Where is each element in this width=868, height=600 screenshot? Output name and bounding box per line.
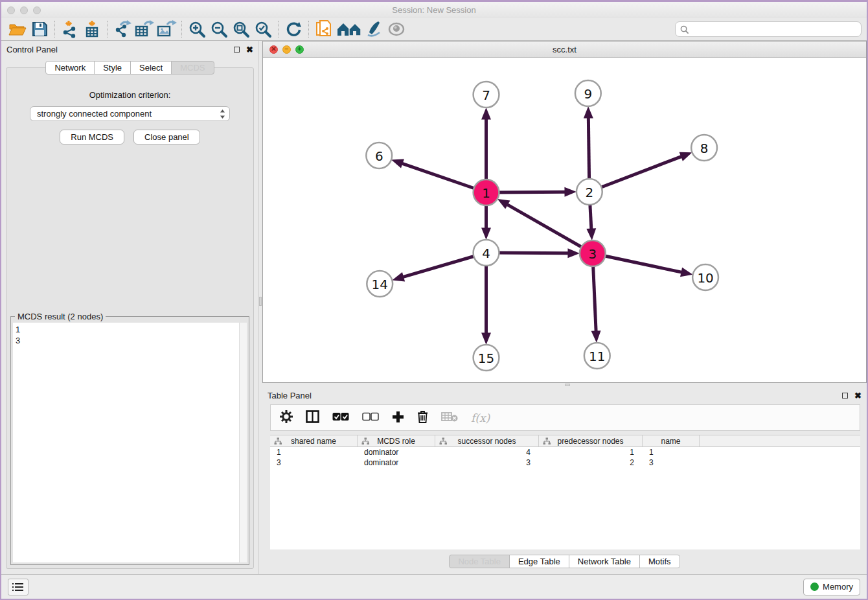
tab-mcds[interactable]: MCDS — [171, 61, 214, 75]
table-cell: 1 — [539, 448, 643, 457]
paintbrush-icon — [365, 21, 383, 38]
tab-node-table[interactable]: Node Table — [449, 555, 510, 568]
tab-select[interactable]: Select — [130, 61, 172, 75]
float-table-panel-icon[interactable] — [842, 393, 848, 398]
memory-button[interactable]: Memory — [803, 579, 860, 595]
table-cell: 3 — [435, 458, 539, 467]
column-header-successor-nodes[interactable]: successor nodes — [435, 435, 539, 446]
table-cell: 2 — [539, 458, 643, 467]
deselect-all-button[interactable] — [362, 412, 379, 423]
hierarchy-icon — [361, 437, 369, 445]
zoom-in-button[interactable] — [186, 19, 208, 39]
column-header-name[interactable]: name — [643, 435, 700, 446]
control-panel: Control Panel ✖ Network Style Select MCD… — [1, 41, 258, 574]
result-scrollbar[interactable] — [239, 323, 247, 562]
toolbar-separator — [308, 21, 309, 38]
table-cell: dominator — [358, 458, 435, 467]
import-table-button[interactable] — [81, 19, 103, 39]
save-session-button[interactable] — [29, 19, 51, 39]
graph-node-label: 3 — [588, 246, 597, 262]
table-cell: 3 — [270, 458, 358, 467]
column-header-mcds-role[interactable]: MCDS role — [358, 435, 435, 446]
graph-node-label: 15 — [478, 351, 494, 366]
graph-node-label: 10 — [697, 270, 713, 286]
graph-edge-2-8[interactable] — [589, 157, 681, 192]
table-cell: dominator — [358, 448, 435, 457]
graph-edge-3-1[interactable] — [507, 205, 592, 253]
zoom-out-icon — [211, 21, 228, 38]
window-splitter[interactable] — [262, 383, 867, 387]
main-toolbar — [1, 18, 867, 41]
maximize-network-button[interactable]: + — [295, 45, 304, 54]
columns-icon — [306, 410, 319, 423]
network-canvas[interactable]: 7968124314101511 — [263, 58, 866, 382]
tab-style[interactable]: Style — [94, 61, 131, 75]
close-table-panel-icon[interactable]: ✖ — [854, 393, 862, 398]
zoom-fit-button[interactable] — [230, 19, 252, 39]
table-cell: 1 — [270, 448, 358, 457]
zoom-selected-icon — [255, 21, 272, 38]
column-header-predecessor-nodes[interactable]: predecessor nodes — [539, 435, 643, 446]
toolbar-separator — [54, 21, 55, 38]
column-visibility-button[interactable] — [306, 410, 319, 425]
houses-icon — [336, 21, 362, 38]
delete-table-button[interactable] — [441, 411, 458, 424]
panel-splitter[interactable] — [258, 41, 262, 574]
window-titlebar: Session: New Session — [1, 2, 867, 18]
apply-style-button[interactable] — [363, 19, 385, 39]
zoom-fit-icon — [233, 21, 250, 38]
refresh-view-button[interactable] — [282, 19, 304, 39]
export-network-button[interactable] — [111, 19, 133, 39]
export-image-button[interactable] — [155, 19, 177, 39]
table-settings-button[interactable] — [280, 410, 293, 425]
show-task-history-button[interactable] — [8, 579, 29, 595]
tab-motifs[interactable]: Motifs — [639, 555, 680, 568]
control-panel-tabs: Network Style Select MCDS — [1, 61, 258, 75]
first-neighbors-button[interactable] — [335, 19, 363, 39]
tab-network-table[interactable]: Network Table — [569, 555, 640, 568]
table-row[interactable]: 1dominator411 — [270, 447, 860, 457]
graph-node-label: 11 — [589, 349, 605, 364]
hierarchy-icon — [439, 437, 447, 445]
splitter-grip-icon — [565, 384, 570, 386]
export-table-button[interactable] — [133, 19, 155, 39]
function-builder-button[interactable]: f(x) — [471, 411, 490, 424]
table-row[interactable]: 3dominator323 — [270, 457, 860, 468]
close-panel-button[interactable]: Close panel — [133, 130, 200, 144]
tab-network[interactable]: Network — [45, 61, 95, 75]
import-network-button[interactable] — [59, 19, 81, 39]
window-title: Session: New Session — [1, 5, 867, 15]
float-panel-icon[interactable] — [234, 47, 240, 52]
toolbar-separator — [181, 21, 182, 38]
new-network-from-selection-button[interactable] — [313, 19, 335, 39]
add-column-button[interactable] — [392, 411, 404, 425]
graph-node-label: 2 — [586, 185, 594, 200]
delete-column-button[interactable] — [417, 410, 428, 425]
tab-edge-table[interactable]: Edge Table — [509, 555, 569, 568]
graph-node-label: 14 — [372, 277, 388, 292]
show-hide-graphics-button[interactable] — [385, 19, 407, 39]
zoom-out-button[interactable] — [208, 19, 230, 39]
splitter-grip-icon — [259, 297, 262, 306]
open-session-button[interactable] — [6, 19, 29, 39]
search-input[interactable] — [692, 25, 856, 34]
mcds-result-box: MCDS result (2 nodes) 13 — [10, 316, 249, 565]
column-header-shared-name[interactable]: shared name — [270, 435, 358, 446]
list-icon — [12, 583, 24, 592]
network-window-title: scc.txt — [263, 45, 866, 54]
export-image-icon — [156, 20, 177, 38]
open-folder-icon — [8, 21, 27, 38]
export-table-icon — [134, 20, 155, 38]
zoom-selected-button[interactable] — [252, 19, 274, 39]
criterion-dropdown[interactable]: strongly connected component — [30, 106, 230, 121]
close-network-button[interactable]: ✕ — [269, 45, 278, 54]
select-all-button[interactable] — [332, 412, 349, 423]
close-panel-icon[interactable]: ✖ — [246, 47, 253, 52]
graph-node-label: 1 — [482, 185, 490, 201]
run-mcds-button[interactable]: Run MCDS — [60, 130, 124, 144]
node-table: shared name MCDS role successor nodes — [270, 435, 860, 549]
export-network-icon — [113, 20, 132, 38]
search-field[interactable] — [675, 21, 862, 37]
minimize-network-button[interactable]: − — [282, 45, 291, 54]
graph-node-label: 7 — [482, 87, 490, 103]
